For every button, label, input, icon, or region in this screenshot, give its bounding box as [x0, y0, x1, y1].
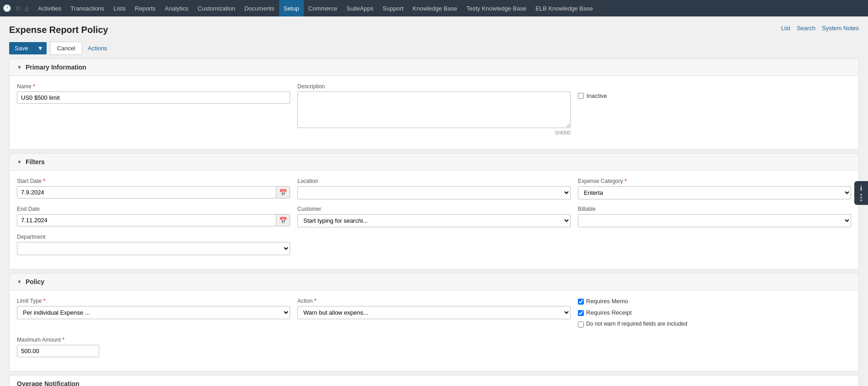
nav-customization[interactable]: Customization: [193, 0, 240, 16]
overage-notification-section: Overage Notification Specific Recipients: [9, 375, 859, 386]
requires-memo-label: Requires Memo: [586, 298, 628, 305]
end-date-calendar-icon[interactable]: 📅: [276, 214, 290, 226]
nav-setup[interactable]: Setup: [279, 0, 304, 16]
nav-reports[interactable]: Reports: [130, 0, 160, 16]
policy-checkboxes-group: Requires Memo Requires Receipt Do not wa…: [578, 298, 851, 330]
name-label: Name *: [17, 83, 290, 90]
actions-button[interactable]: Actions: [86, 42, 109, 54]
star-icon[interactable]: ☆: [15, 4, 21, 12]
policy-header[interactable]: ▼ Policy: [10, 273, 858, 290]
policy-section: ▼ Policy Limit Type * Per individual Exp…: [9, 273, 859, 371]
nav-testy-knowledge-base[interactable]: Testy Knowledge Base: [462, 0, 531, 16]
chevron-icon: ▼: [17, 64, 22, 70]
requires-receipt-group: Requires Receipt: [578, 309, 851, 316]
requires-receipt-label: Requires Receipt: [586, 309, 632, 316]
description-group: Description 0/4000: [297, 83, 571, 135]
inactive-checkbox[interactable]: [578, 93, 584, 99]
requires-receipt-checkbox[interactable]: [578, 310, 584, 316]
requires-memo-checkbox[interactable]: [578, 299, 584, 305]
inactive-group: Inactive: [578, 83, 851, 135]
save-dropdown-button[interactable]: ▼: [34, 42, 47, 54]
billable-select[interactable]: [578, 214, 851, 227]
customer-group: Customer Start typing for searchi...: [297, 206, 571, 227]
nav-icons: 🕐 ☆ ⌂: [3, 4, 29, 12]
description-textarea[interactable]: [297, 91, 571, 128]
primary-information-section: ▼ Primary Information Name * Descr: [9, 59, 859, 150]
action-select[interactable]: Warn but allow expens... Do not allow ex…: [297, 306, 571, 319]
save-button[interactable]: Save: [9, 42, 34, 54]
billable-label: Billable: [578, 206, 851, 212]
nav-suiteapps[interactable]: SuiteApps: [342, 0, 378, 16]
toolbar: Save ▼ Cancel Actions: [0, 38, 868, 59]
maximum-amount-input[interactable]: [17, 345, 99, 357]
nav-support[interactable]: Support: [378, 0, 408, 16]
help-icon: i: [860, 185, 862, 192]
nav-activities[interactable]: Activities: [33, 0, 66, 16]
filters-header[interactable]: ▼ Filters: [10, 154, 858, 171]
list-link[interactable]: List: [781, 25, 790, 32]
customer-select[interactable]: Start typing for searchi...: [297, 214, 571, 227]
start-date-group: Start Date * 📅: [17, 178, 290, 199]
end-date-label: End Date: [17, 206, 290, 212]
expense-category-label: Expense Category *: [578, 178, 851, 184]
nav-elb-knowledge-base[interactable]: ELB Knowledge Base: [531, 0, 598, 16]
location-label: Location: [297, 178, 571, 184]
primary-information-title: Primary Information: [26, 64, 86, 71]
navbar: 🕐 ☆ ⌂ Activities Transactions Lists Repo…: [0, 0, 868, 16]
help-dots: [860, 194, 862, 201]
expense-category-group: Expense Category * Enterta: [578, 178, 851, 199]
overage-notification-header: Overage Notification: [10, 375, 858, 386]
search-link[interactable]: Search: [797, 25, 815, 32]
start-date-input-wrapper: 📅: [17, 186, 290, 198]
page-title: Expense Report Policy: [9, 25, 108, 35]
department-label: Department: [17, 234, 290, 240]
do-not-warn-group: Do not warn if required fields are inclu…: [578, 321, 851, 327]
filters-section: ▼ Filters Start Date * 📅: [9, 153, 859, 269]
nav-documents[interactable]: Documents: [240, 0, 279, 16]
help-button[interactable]: i: [854, 181, 868, 205]
cancel-button[interactable]: Cancel: [50, 42, 82, 55]
nav-lists[interactable]: Lists: [109, 0, 130, 16]
name-group: Name *: [17, 83, 290, 135]
location-select[interactable]: [297, 186, 571, 199]
end-date-group: End Date 📅: [17, 206, 290, 227]
limit-type-label: Limit Type *: [17, 298, 290, 304]
filters-title: Filters: [26, 158, 45, 166]
policy-title: Policy: [26, 278, 44, 285]
nav-analytics[interactable]: Analytics: [160, 0, 193, 16]
maximum-amount-label: Maximum Amount *: [17, 337, 290, 343]
start-date-label: Start Date *: [17, 178, 290, 184]
home-icon[interactable]: ⌂: [25, 5, 29, 12]
system-notes-link[interactable]: System Notes: [822, 25, 859, 32]
nav-knowledge-base[interactable]: Knowledge Base: [408, 0, 462, 16]
limit-type-select[interactable]: Per individual Expense ... Per Report: [17, 306, 290, 319]
history-icon[interactable]: 🕐: [3, 4, 11, 12]
name-input[interactable]: [17, 91, 290, 104]
start-date-input[interactable]: [17, 187, 276, 198]
page-header: Expense Report Policy List Search System…: [0, 16, 868, 38]
chevron-icon: ▼: [17, 279, 22, 284]
description-label: Description: [297, 83, 571, 90]
char-count: 0/4000: [297, 130, 571, 135]
page-header-links: List Search System Notes: [781, 25, 859, 32]
overage-notification-title: Overage Notification: [17, 380, 79, 386]
do-not-warn-label: Do not warn if required fields are inclu…: [586, 321, 687, 327]
inactive-label: Inactive: [587, 92, 607, 99]
department-group: Department: [17, 234, 290, 255]
location-group: Location: [297, 178, 571, 199]
maximum-amount-group: Maximum Amount *: [17, 337, 290, 357]
primary-information-header[interactable]: ▼ Primary Information: [10, 59, 858, 76]
chevron-icon: ▼: [17, 159, 22, 165]
nav-commerce[interactable]: Commerce: [304, 0, 342, 16]
limit-type-group: Limit Type * Per individual Expense ... …: [17, 298, 290, 330]
nav-transactions[interactable]: Transactions: [66, 0, 109, 16]
requires-memo-group: Requires Memo: [578, 298, 851, 305]
do-not-warn-checkbox[interactable]: [578, 322, 584, 327]
end-date-input-wrapper: 📅: [17, 214, 290, 226]
end-date-input[interactable]: [17, 214, 276, 226]
billable-group: Billable: [578, 206, 851, 227]
action-group: Action * Warn but allow expens... Do not…: [297, 298, 571, 330]
department-select[interactable]: [17, 242, 290, 255]
start-date-calendar-icon[interactable]: 📅: [276, 187, 290, 198]
expense-category-select[interactable]: Enterta: [578, 186, 851, 199]
